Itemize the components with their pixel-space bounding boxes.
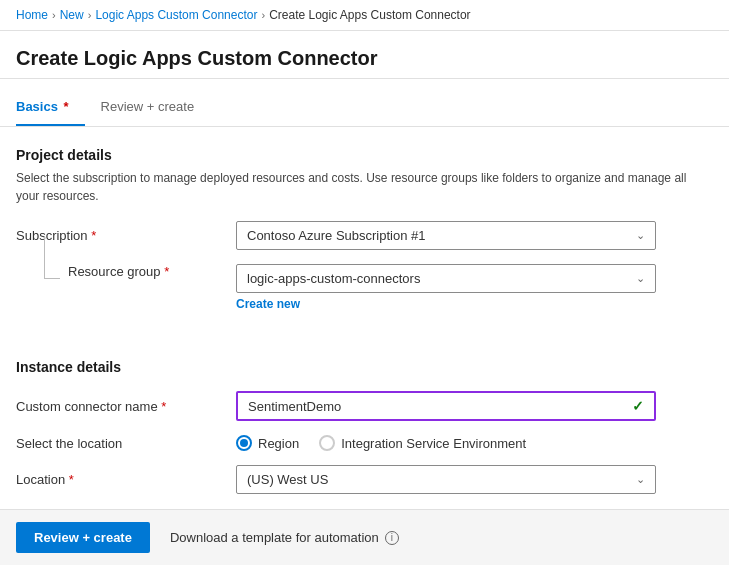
tab-review-create[interactable]: Review + create xyxy=(101,91,211,126)
subscription-row: Subscription * Contoso Azure Subscriptio… xyxy=(16,221,713,250)
subscription-dropdown[interactable]: Contoso Azure Subscription #1 ⌄ xyxy=(236,221,656,250)
resource-group-chevron-icon: ⌄ xyxy=(636,272,645,285)
review-create-button[interactable]: Review + create xyxy=(16,522,150,553)
instance-details-header: Instance details xyxy=(16,359,713,375)
project-details-description: Select the subscription to manage deploy… xyxy=(16,169,713,205)
breadcrumb-new[interactable]: New xyxy=(60,8,84,22)
connector-name-row: Custom connector name * ✓ xyxy=(16,391,713,421)
tabs-container: Basics * Review + create xyxy=(0,91,729,127)
location-control: (US) West US ⌄ xyxy=(236,465,656,494)
info-icon[interactable]: i xyxy=(385,531,399,545)
page-title: Create Logic Apps Custom Connector xyxy=(0,31,729,79)
location-value: (US) West US xyxy=(247,472,328,487)
breadcrumb-logic-apps[interactable]: Logic Apps Custom Connector xyxy=(95,8,257,22)
create-new-link[interactable]: Create new xyxy=(236,297,713,311)
download-template-label: Download a template for automation xyxy=(170,530,379,545)
breadcrumb-sep-2: › xyxy=(88,9,92,21)
radio-ise-input[interactable] xyxy=(319,435,335,451)
resource-group-value: logic-apps-custom-connectors xyxy=(247,271,420,286)
radio-region-label: Region xyxy=(258,436,299,451)
subscription-value: Contoso Azure Subscription #1 xyxy=(247,228,426,243)
location-type-control: Region Integration Service Environment xyxy=(236,435,656,451)
radio-region[interactable]: Region xyxy=(236,435,299,451)
tab-basics[interactable]: Basics * xyxy=(16,91,85,126)
breadcrumb-home[interactable]: Home xyxy=(16,8,48,22)
project-details-header: Project details xyxy=(16,147,713,163)
location-chevron-icon: ⌄ xyxy=(636,473,645,486)
bottom-bar: Review + create Download a template for … xyxy=(0,509,729,565)
connector-name-control: ✓ xyxy=(236,391,656,421)
breadcrumb-current: Create Logic Apps Custom Connector xyxy=(269,8,470,22)
breadcrumb-sep-1: › xyxy=(52,9,56,21)
section-divider xyxy=(16,327,713,343)
connector-name-input-wrapper: ✓ xyxy=(236,391,656,421)
location-label: Location * xyxy=(16,472,236,487)
check-icon: ✓ xyxy=(632,398,644,414)
radio-ise[interactable]: Integration Service Environment xyxy=(319,435,526,451)
location-radio-group: Region Integration Service Environment xyxy=(236,435,656,451)
location-type-label: Select the location xyxy=(16,436,236,451)
location-row: Location * (US) West US ⌄ xyxy=(16,465,713,494)
resource-group-control: logic-apps-custom-connectors ⌄ xyxy=(236,264,656,293)
resource-group-label: Resource group * xyxy=(68,264,169,279)
breadcrumb-sep-3: › xyxy=(261,9,265,21)
connector-name-label: Custom connector name * xyxy=(16,399,236,414)
radio-region-input[interactable] xyxy=(236,435,252,451)
breadcrumb: Home › New › Logic Apps Custom Connector… xyxy=(0,0,729,31)
radio-ise-label: Integration Service Environment xyxy=(341,436,526,451)
resource-group-dropdown[interactable]: logic-apps-custom-connectors ⌄ xyxy=(236,264,656,293)
location-dropdown[interactable]: (US) West US ⌄ xyxy=(236,465,656,494)
download-template-link[interactable]: Download a template for automation i xyxy=(170,530,399,545)
subscription-control: Contoso Azure Subscription #1 ⌄ xyxy=(236,221,656,250)
main-content: Project details Select the subscription … xyxy=(0,127,729,528)
subscription-chevron-icon: ⌄ xyxy=(636,229,645,242)
location-type-row: Select the location Region Integration S… xyxy=(16,435,713,451)
connector-name-input[interactable] xyxy=(248,399,632,414)
